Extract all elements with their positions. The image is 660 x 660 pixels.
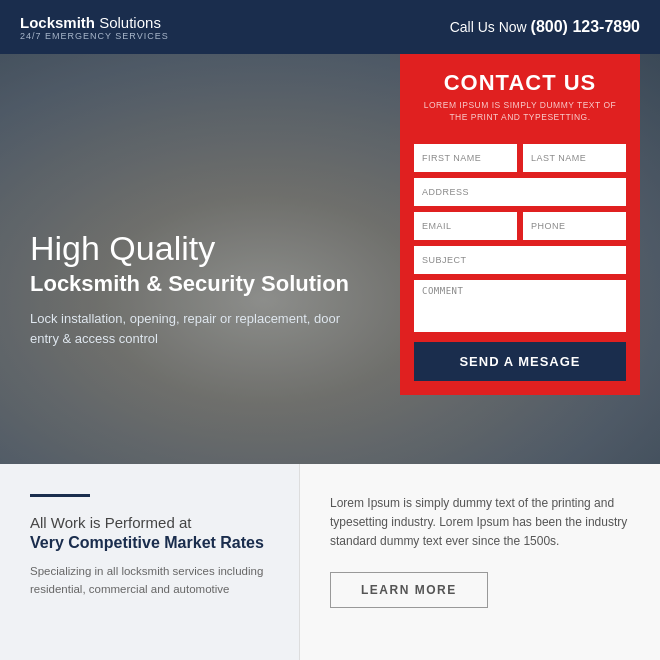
logo-subtitle: 24/7 EMERGENCY SERVICES: [20, 31, 169, 41]
hero-description: Lock installation, opening, repair or re…: [30, 309, 350, 348]
logo-light: Solutions: [95, 14, 161, 31]
email-input[interactable]: [414, 212, 517, 240]
comment-textarea[interactable]: [414, 280, 626, 332]
bottom-right: Lorem Ipsum is simply dummy text of the …: [300, 464, 660, 660]
first-name-input[interactable]: [414, 144, 517, 172]
logo: Locksmith Solutions 24/7 EMERGENCY SERVI…: [20, 14, 169, 41]
phone-input[interactable]: [523, 212, 626, 240]
header: Locksmith Solutions 24/7 EMERGENCY SERVI…: [0, 0, 660, 54]
subject-input[interactable]: [414, 246, 626, 274]
contact-panel: CONTACT US LOREM IPSUM IS SIMPLY DUMMY T…: [400, 54, 640, 395]
contact-title: CONTACT US: [414, 70, 626, 96]
hero-title-bold: Locksmith & Security Solution: [30, 271, 350, 297]
contact-panel-header: CONTACT US LOREM IPSUM IS SIMPLY DUMMY T…: [400, 54, 640, 134]
accent-bar: [30, 494, 90, 497]
bottom-section: All Work is Performed at Very Competitiv…: [0, 464, 660, 660]
bottom-title-light: All Work is Performed at: [30, 513, 269, 533]
header-phone: Call Us Now (800) 123-7890: [450, 18, 640, 36]
bottom-title-bold: Very Competitive Market Rates: [30, 533, 269, 554]
phone-number: (800) 123-7890: [531, 18, 640, 35]
contact-form: SEND A MESAGE: [400, 134, 640, 395]
contact-subtitle: LOREM IPSUM IS SIMPLY DUMMY TEXT OF THE …: [414, 100, 626, 124]
name-row: [414, 144, 626, 172]
call-prefix: Call Us Now: [450, 19, 531, 35]
learn-more-button[interactable]: LEARN MORE: [330, 572, 488, 608]
address-input[interactable]: [414, 178, 626, 206]
logo-title: Locksmith Solutions: [20, 14, 169, 31]
last-name-input[interactable]: [523, 144, 626, 172]
hero-title-large: High Quality: [30, 230, 350, 267]
send-message-button[interactable]: SEND A MESAGE: [414, 342, 626, 381]
subject-row: [414, 246, 626, 274]
hero-section: High Quality Locksmith & Security Soluti…: [0, 54, 660, 464]
email-phone-row: [414, 212, 626, 240]
hero-content: High Quality Locksmith & Security Soluti…: [0, 190, 380, 388]
bottom-left-desc: Specializing in all locksmith services i…: [30, 563, 269, 598]
logo-strong: Locksmith: [20, 14, 95, 31]
bottom-right-text: Lorem Ipsum is simply dummy text of the …: [330, 494, 630, 552]
address-row: [414, 178, 626, 206]
bottom-left: All Work is Performed at Very Competitiv…: [0, 464, 300, 660]
